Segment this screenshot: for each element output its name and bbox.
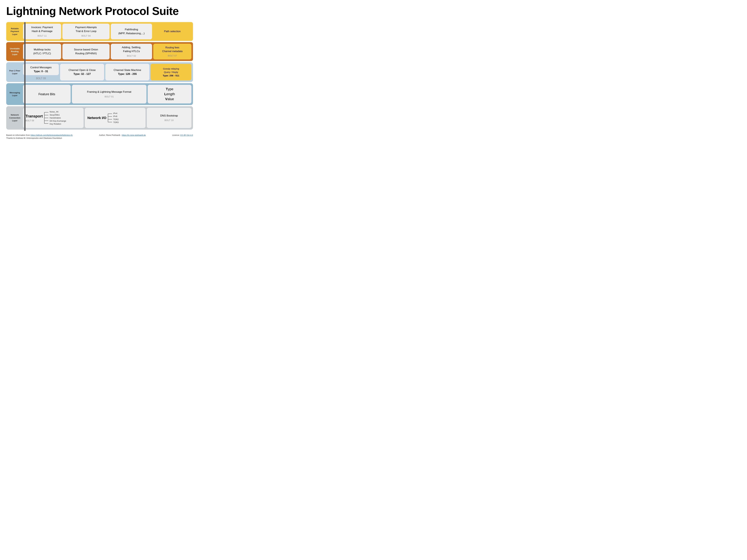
footer-right: Licence: CC-BY-SA 4.0 xyxy=(172,134,193,136)
messaging-layer-label: Messaging Layer xyxy=(8,85,22,103)
feature-bits-card: Feature Bits xyxy=(23,85,71,103)
htlc-card: Adding, Settling, Failing HTLCs BOLT 02 xyxy=(111,44,152,59)
gossip-card: Gossip relaying Query / Reply Type: 256 … xyxy=(151,64,191,80)
framing-card: Framing & Lightning Message Format BOLT … xyxy=(72,85,147,103)
network-io-tree-icon xyxy=(108,112,112,124)
footer-middle: Author: Rene Pickhardt - https://ln.rene… xyxy=(99,134,146,136)
channel-state-card: Channel State Machine Type: 128 - 255 xyxy=(105,64,149,80)
routing-fees-card: Routing fees Channel metadata BOLT 07 xyxy=(153,44,191,59)
network-layer-row: Network Connection Layer Transport BOLT … xyxy=(6,106,193,130)
page-title: Lightning Network Protocol Suite xyxy=(6,5,193,18)
reliable-layer-label: Reliable Payment Layer xyxy=(8,24,22,39)
control-messages-card: Control Messages Type: 0 - 31 xyxy=(23,64,59,75)
p2p-layer-row: Peer 2 Peer Layer Control Messages Type:… xyxy=(6,62,193,82)
bolt09-label: BOLT 09 xyxy=(23,76,59,80)
payment-attempts-card: Payment Attempts Trial & Error Loop BOLT… xyxy=(62,24,109,39)
footer-thanks: Thanks to Andreas M. Antonopoulos and Ol… xyxy=(6,137,193,139)
onion-card: Source based Onion Routing (SPHINX) xyxy=(62,44,109,59)
network-layer-label: Network Connection Layer xyxy=(8,108,22,128)
footer-left: Based on information from https://github… xyxy=(6,134,73,136)
tlv-card: Type Length Value xyxy=(148,85,191,103)
footer: Based on information from https://github… xyxy=(6,134,193,139)
unreliable-layer-label: Unreliable Routing Layer xyxy=(8,44,22,59)
network-io-card: Network I/O IPv4 IPv6 TOR2 TOR3 xyxy=(85,108,145,128)
dns-card: DNS Bootstrap BOLT 10 xyxy=(147,108,191,128)
vertical-divider xyxy=(24,22,26,131)
path-selection-card: Path selection xyxy=(153,24,191,39)
footer-left-link[interactable]: https://github.com/lightningnetwork/ligh… xyxy=(30,134,73,136)
transport-card: Transport BOLT 08 Noise_XK Secp256k1 Han… xyxy=(23,108,83,128)
footer-middle-link[interactable]: https://ln.rene-pickhardt.de xyxy=(122,134,146,136)
p2p-layer-label: Peer 2 Peer Layer xyxy=(8,64,22,80)
footer-right-link[interactable]: CC-BY-SA 4.0 xyxy=(180,134,193,136)
invoices-card: Invoices: Payment Hash & Preimage BOLT 1… xyxy=(23,24,61,39)
messaging-layer-row: Messaging Layer Feature Bits Framing & L… xyxy=(6,83,193,105)
channel-open-card: Channel Open & Close Type: 32 - 127 xyxy=(60,64,104,80)
multihop-card: Multihop locks (HTLC / PTLC) xyxy=(23,44,61,59)
reliable-layer-row: Reliable Payment Layer Invoices: Payment… xyxy=(6,22,193,41)
pathfinding-card: Pathfinding (MPP, Rebalancing,...) xyxy=(111,24,152,39)
transport-tree-icon xyxy=(44,111,48,125)
unreliable-layer-row: Unreliable Routing Layer Multihop locks … xyxy=(6,42,193,61)
